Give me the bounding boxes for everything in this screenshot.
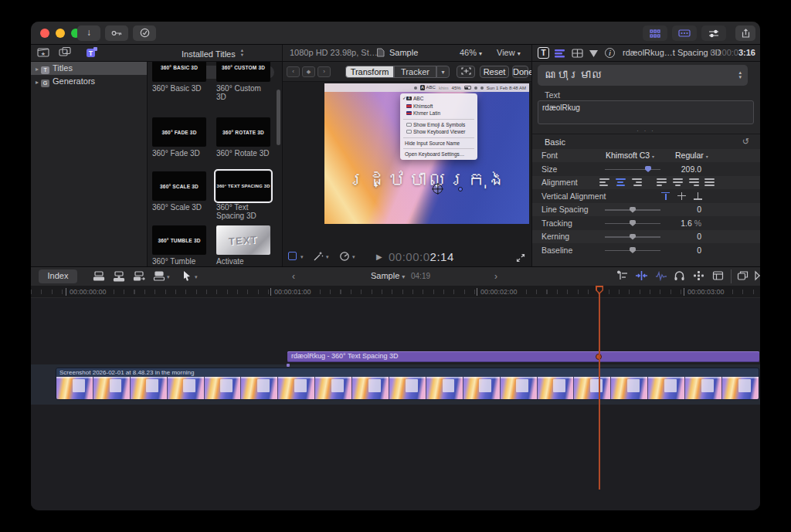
menu-item[interactable]: Hide Input Source Name — [400, 140, 477, 147]
tab-text-inspector[interactable] — [555, 49, 565, 59]
valign-middle-button[interactable] — [677, 192, 686, 200]
align-left-button[interactable] — [599, 178, 609, 186]
mode-dropdown-button[interactable]: ▾ — [436, 66, 450, 78]
line-spacing-slider[interactable] — [605, 209, 660, 211]
menu-item[interactable]: Khimsoft — [400, 103, 477, 110]
browser-scrollbar[interactable] — [277, 90, 280, 145]
valign-top-button[interactable] — [661, 192, 670, 200]
title-item[interactable]: 360° BASIC 3D 360° Basic 3D — [152, 62, 206, 93]
title-item[interactable]: TEXT Activate — [216, 225, 270, 266]
menu-item[interactable]: Khmer Latin — [400, 110, 477, 117]
audio-skimming-toggle[interactable] — [655, 270, 667, 284]
size-value[interactable]: 209.0 — [655, 164, 701, 174]
fullscreen-icon[interactable] — [516, 252, 525, 266]
slider-thumb[interactable] — [630, 220, 636, 226]
title-item[interactable]: 360° SCALE 3D 360° Scale 3D — [152, 171, 206, 212]
previous-keyframe-button[interactable]: ‹ — [287, 66, 300, 77]
photos-audio-browser-icon[interactable]: ♪ — [59, 46, 72, 59]
slider-thumb[interactable] — [630, 207, 636, 213]
timeline-ruler[interactable]: 00:00:00:00 00:00:01:00 00:00:02:00 00:0… — [31, 286, 760, 298]
inspector-toggle-button[interactable] — [701, 25, 726, 41]
timeline-tracks[interactable]: rdæolRkug - 360° Text Spacing 3D Screens… — [31, 298, 760, 510]
title-item[interactable]: 360° CUSTOM 3D 360° Custom 3D — [216, 62, 270, 101]
previous-item-arrow[interactable]: ‹ — [292, 271, 295, 282]
background-tasks-button[interactable] — [133, 25, 156, 41]
close-window-button[interactable] — [40, 29, 49, 38]
viewer-canvas[interactable]: A ABC khim 45% Sun 1 Feb 8:48 AM ✓AABC K… — [324, 83, 529, 224]
align-right-button[interactable] — [632, 178, 642, 186]
size-slider[interactable] — [605, 169, 660, 171]
align-center-button[interactable] — [616, 178, 626, 186]
justify-all-button[interactable] — [704, 178, 715, 186]
tracker-mode-button[interactable]: Tracker — [394, 66, 436, 78]
play-button[interactable]: ▶ — [376, 252, 382, 261]
line-spacing-value[interactable]: 0 — [655, 205, 701, 214]
chevron-down-icon[interactable]: ▾ — [300, 254, 304, 260]
media-browser-icon[interactable]: ★ — [37, 46, 49, 59]
justify-last-right-button[interactable] — [689, 178, 699, 186]
baseline-value[interactable]: 0 — [655, 246, 701, 255]
clip-appearance-button[interactable] — [692, 270, 705, 284]
basic-section-header[interactable]: Basic ↺ — [531, 134, 760, 148]
chevron-down-icon[interactable]: ▾ — [326, 254, 329, 260]
canvas-title-text[interactable]: រដ្ឋបាលក្រុង — [324, 168, 529, 191]
minimize-window-button[interactable] — [56, 29, 65, 38]
menu-item[interactable]: ✓AABC — [400, 95, 477, 103]
timeline-toggle-button[interactable] — [672, 25, 697, 41]
retime-tool-icon[interactable] — [339, 251, 350, 265]
playhead-line[interactable] — [599, 286, 600, 490]
duplicate-timeline-button[interactable] — [737, 270, 749, 284]
title-item[interactable]: 360° ROTATE 3D 360° Rotate 3D — [216, 117, 270, 158]
menu-item[interactable]: Open Keyboard Settings… — [400, 151, 477, 158]
tab-info-inspector[interactable]: i — [605, 48, 615, 58]
chevron-down-icon[interactable]: ▾ — [352, 254, 355, 260]
title-item[interactable]: 360° TUMBLE 3D 360° Tumble 3D — [152, 225, 206, 266]
text-style-preset-popup[interactable]: ណបុារមាល ▴▾ — [538, 65, 748, 86]
effects-browser-button[interactable] — [712, 270, 724, 284]
chevron-down-icon[interactable]: ▾ — [167, 274, 170, 280]
transform-mode-button[interactable]: Transform — [345, 66, 394, 78]
transitions-browser-button[interactable] — [754, 270, 760, 284]
tracking-value[interactable]: 1.6 % — [655, 219, 701, 228]
tab-video-inspector[interactable] — [572, 49, 583, 59]
disclosure-icon[interactable]: ▸ — [36, 79, 39, 86]
sidebar-item-generators[interactable]: ▸GGenerators — [31, 75, 147, 88]
transform-overlay-button[interactable] — [457, 66, 475, 78]
timeline-project-popup[interactable]: Sample ▾ — [371, 271, 405, 280]
slider-thumb[interactable] — [630, 234, 636, 240]
tab-transition-inspector[interactable] — [589, 49, 599, 59]
tracking-slider[interactable] — [605, 223, 660, 225]
font-style-popup[interactable]: Regular ▾ — [675, 151, 708, 160]
append-edit-button[interactable] — [133, 270, 145, 285]
disclosure-icon[interactable]: ▸ — [36, 66, 39, 73]
viewer-zoom-popup[interactable]: 46% ▾ — [460, 48, 482, 57]
sidebar-item-titles[interactable]: ▸TTitles — [31, 62, 147, 75]
slider-thumb[interactable] — [630, 247, 636, 253]
kerning-slider[interactable] — [605, 236, 660, 238]
share-button[interactable] — [735, 25, 755, 41]
title-item-selected[interactable]: 360° TEXT SPACING 3D 360° Text Spacing 3… — [216, 171, 270, 220]
menu-item[interactable]: Show Keyboard Viewer — [400, 128, 477, 136]
font-family-popup[interactable]: Khimsoft C3 ▾ — [606, 151, 654, 160]
solo-toggle[interactable] — [674, 270, 685, 284]
reset-parameter-icon[interactable]: ↺ — [742, 137, 749, 147]
titles-generators-browser-icon[interactable]: T — [85, 47, 97, 59]
baseline-slider[interactable] — [605, 250, 660, 252]
next-item-arrow[interactable]: › — [494, 271, 497, 282]
crop-transform-tool-icon[interactable] — [288, 252, 297, 260]
menu-item[interactable]: Show Emoji & Symbols — [400, 121, 477, 129]
tab-title-inspector[interactable]: T — [538, 47, 549, 59]
enhancements-wand-icon[interactable] — [313, 251, 324, 265]
justify-last-center-button[interactable] — [673, 178, 683, 186]
tools-pointer-button[interactable] — [182, 270, 192, 284]
import-media-button[interactable]: ↓ — [77, 25, 100, 41]
justify-last-left-button[interactable] — [657, 178, 667, 186]
viewer-view-popup[interactable]: View ▾ — [497, 48, 521, 57]
anchor-point-handle[interactable] — [433, 184, 443, 194]
position-handle[interactable] — [458, 187, 463, 191]
title-clip[interactable]: rdæolRkug - 360° Text Spacing 3D — [287, 351, 759, 362]
video-clip[interactable]: Screenshot 2026-02-01 at 8.48.23 in the … — [56, 368, 759, 400]
insert-edit-button[interactable] — [113, 270, 125, 285]
overwrite-edit-button[interactable] — [153, 270, 165, 285]
add-keyframe-button[interactable]: ◆ — [302, 66, 315, 77]
